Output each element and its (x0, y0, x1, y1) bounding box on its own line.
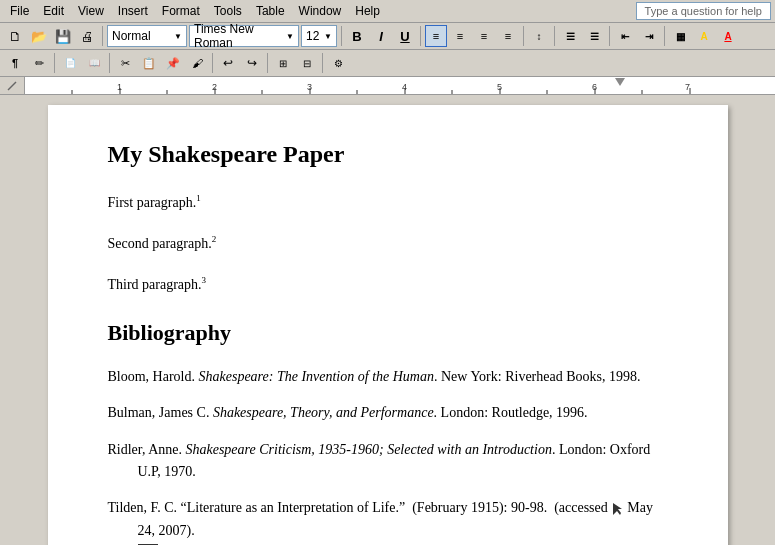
bib3-author: Ridler, Anne. (108, 442, 186, 457)
bib1-title: Shakespeare: The Invention of the Human (199, 369, 434, 384)
sep5 (554, 26, 555, 46)
bib-entry-2: Bulman, James C. Shakespeare, Theory, an… (108, 402, 668, 424)
italic-button[interactable]: I (370, 25, 392, 47)
bib-entry-1: Bloom, Harold. Shakespeare: The Inventio… (108, 366, 668, 388)
bib4-text: Tilden, F. C. “Literature as an Interpre… (108, 500, 653, 537)
sep3 (420, 26, 421, 46)
bib-entry-3: Ridler, Anne. Shakespeare Criticism, 193… (108, 439, 668, 484)
para2-footnote: 2 (212, 234, 217, 244)
para1-footnote: 1 (196, 193, 201, 203)
doc-area: My Shakespeare Paper First paragraph.1 S… (0, 95, 775, 545)
paragraph-1: First paragraph.1 (108, 191, 668, 214)
help-search-box[interactable]: Type a question for help (636, 2, 771, 20)
para2-text: Second paragraph.2 (108, 236, 217, 251)
sep6 (609, 26, 610, 46)
tb2-sep4 (267, 53, 268, 73)
show-hide-button[interactable]: ¶ (4, 52, 26, 74)
border-button[interactable]: ▦ (669, 25, 691, 47)
cut-button[interactable]: ✂ (114, 52, 136, 74)
bib2-title: Shakespeare, Theory, and Performance (213, 405, 434, 420)
new-button[interactable]: 🗋 (4, 25, 26, 47)
table-button[interactable]: ⊞ (272, 52, 294, 74)
font-dropdown[interactable]: Times New Roman ▼ (189, 25, 299, 47)
cursor-icon (610, 502, 624, 516)
page: My Shakespeare Paper First paragraph.1 S… (48, 105, 728, 545)
align-right-button[interactable]: ≡ (473, 25, 495, 47)
para3-text: Third paragraph.3 (108, 277, 207, 292)
menu-format[interactable]: Format (156, 2, 206, 20)
bold-button[interactable]: B (346, 25, 368, 47)
drawing-button[interactable]: ✏ (28, 52, 50, 74)
menu-edit[interactable]: Edit (37, 2, 70, 20)
print-button[interactable]: 🖨 (76, 25, 98, 47)
copy-button[interactable]: 📋 (138, 52, 160, 74)
bullets-button[interactable]: ☰ (559, 25, 581, 47)
bib1-rest: . New York: Riverhead Books, 1998. (434, 369, 641, 384)
font-color-button[interactable]: A (717, 25, 739, 47)
align-left-button[interactable]: ≡ (425, 25, 447, 47)
ruler-inner: 1 2 3 4 5 6 7 (25, 77, 775, 94)
sep4 (523, 26, 524, 46)
paragraph-3: Third paragraph.3 (108, 273, 668, 296)
undo-button[interactable]: ↩ (217, 52, 239, 74)
menu-help[interactable]: Help (349, 2, 386, 20)
toolbar2: ¶ ✏ 📄 📖 ✂ 📋 📌 🖌 ↩ ↪ ⊞ ⊟ ⚙ (0, 50, 775, 77)
style-arrow: ▼ (174, 32, 182, 41)
style-dropdown[interactable]: Normal ▼ (107, 25, 187, 47)
numbering-button[interactable]: ☰ (583, 25, 605, 47)
highlight-button[interactable]: A (693, 25, 715, 47)
toolbar1: 🗋 📂 💾 🖨 Normal ▼ Times New Roman ▼ 12 ▼ … (0, 23, 775, 50)
menu-tools[interactable]: Tools (208, 2, 248, 20)
bib1-author: Bloom, Harold. (108, 369, 199, 384)
redo-button[interactable]: ↪ (241, 52, 263, 74)
paste-button[interactable]: 📌 (162, 52, 184, 74)
help-placeholder: Type a question for help (645, 5, 762, 17)
sep1 (102, 26, 103, 46)
font-value: Times New Roman (194, 22, 286, 50)
tb2-sep1 (54, 53, 55, 73)
size-arrow: ▼ (324, 32, 332, 41)
macro-button[interactable]: ⚙ (327, 52, 349, 74)
open-button[interactable]: 📂 (28, 25, 50, 47)
tb2-sep3 (212, 53, 213, 73)
font-arrow: ▼ (286, 32, 294, 41)
doc-title: My Shakespeare Paper (108, 135, 668, 173)
format-painter-button[interactable]: 🖌 (186, 52, 208, 74)
columns-button[interactable]: ⊟ (296, 52, 318, 74)
doc-map-button[interactable]: 📄 (59, 52, 81, 74)
sep2 (341, 26, 342, 46)
bib2-author: Bulman, James C. (108, 405, 213, 420)
para1-text: First paragraph.1 (108, 195, 201, 210)
increase-indent-button[interactable]: ⇥ (638, 25, 660, 47)
tb2-sep5 (322, 53, 323, 73)
ruler-svg: 1 2 3 4 5 6 7 (25, 77, 745, 94)
bib2-rest: . London: Routledge, 1996. (434, 405, 588, 420)
svg-rect-2 (25, 77, 745, 94)
menubar: File Edit View Insert Format Tools Table… (0, 0, 775, 23)
sep7 (664, 26, 665, 46)
svg-text:7: 7 (685, 82, 690, 92)
reading-button[interactable]: 📖 (83, 52, 105, 74)
menu-window[interactable]: Window (293, 2, 348, 20)
underline-button[interactable]: U (394, 25, 416, 47)
ruler-corner-icon (6, 80, 18, 92)
menu-insert[interactable]: Insert (112, 2, 154, 20)
para3-footnote: 3 (202, 275, 207, 285)
line-spacing-button[interactable]: ↕ (528, 25, 550, 47)
style-value: Normal (112, 29, 151, 43)
bib3-title: Shakespeare Criticism, 1935-1960; Select… (185, 442, 551, 457)
menu-view[interactable]: View (72, 2, 110, 20)
save-button[interactable]: 💾 (52, 25, 74, 47)
bibliography-title: Bibliography (108, 315, 668, 350)
align-center-button[interactable]: ≡ (449, 25, 471, 47)
paragraph-2: Second paragraph.2 (108, 232, 668, 255)
menu-table[interactable]: Table (250, 2, 291, 20)
menu-file[interactable]: File (4, 2, 35, 20)
size-dropdown[interactable]: 12 ▼ (301, 25, 337, 47)
ruler: 1 2 3 4 5 6 7 (0, 77, 775, 95)
tb2-sep2 (109, 53, 110, 73)
bib-entry-4: Tilden, F. C. “Literature as an Interpre… (108, 497, 668, 545)
decrease-indent-button[interactable]: ⇤ (614, 25, 636, 47)
align-justify-button[interactable]: ≡ (497, 25, 519, 47)
size-value: 12 (306, 29, 319, 43)
